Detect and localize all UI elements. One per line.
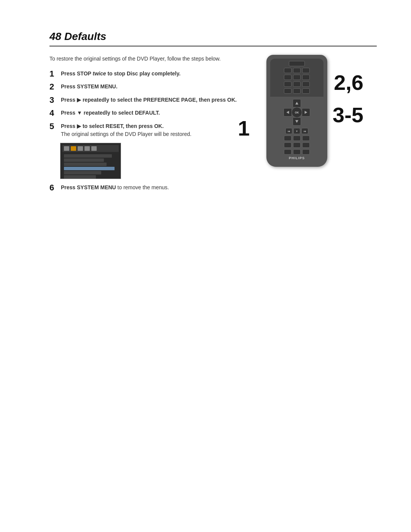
btn-hash xyxy=(302,88,310,94)
screenshot-icons-row xyxy=(62,145,119,152)
step-bold-5: Press ▶ to select RESET, then press OK. xyxy=(61,123,164,129)
step-normal-6: to remove the menus. xyxy=(118,184,169,190)
btn-c xyxy=(302,142,310,148)
page-title: 48 Defaults xyxy=(49,30,377,43)
remote-row-6 xyxy=(270,136,323,141)
btn-power xyxy=(289,61,305,66)
step-bold-4: Press ▼ repeatedly to select DEFAULT. xyxy=(61,110,160,116)
remote-control: OK ⏮ ▼ ⏭ xyxy=(266,55,327,167)
nav-down-button xyxy=(293,117,301,126)
step-bold-2: Press SYSTEM MENU. xyxy=(61,83,118,89)
step-text-6: Press SYSTEM MENU to remove the menus. xyxy=(61,184,169,192)
step-text-1: Press STOP twice to stop Disc play compl… xyxy=(61,70,180,78)
btn-7 xyxy=(284,81,292,87)
row-4 xyxy=(64,167,115,170)
step-label-3-5: 3-5 xyxy=(333,104,363,126)
remote-row-5 xyxy=(272,88,322,94)
btn-f xyxy=(302,149,310,155)
step-number-1: 1 xyxy=(49,69,58,79)
step-bold-3: Press ▶ repeatedly to select the PREFERE… xyxy=(61,97,237,103)
btn-9 xyxy=(302,81,310,87)
remote-row-4 xyxy=(272,81,322,87)
screenshot-thumbnail xyxy=(60,143,121,179)
btn-stop xyxy=(284,136,292,141)
step-text-5: Press ▶ to select RESET, then press OK. … xyxy=(61,122,191,138)
icon-1 xyxy=(64,146,69,151)
page: 48 Defaults To restore the original sett… xyxy=(0,0,411,227)
remote-top xyxy=(270,59,323,97)
btn-3 xyxy=(302,68,310,73)
arrow-up-icon xyxy=(295,102,298,105)
title-section: 48 Defaults xyxy=(49,30,377,46)
btn-menu xyxy=(302,136,310,141)
step-2: 2 Press SYSTEM MENU. xyxy=(49,83,247,92)
btn-e xyxy=(293,149,301,155)
step-number-3: 3 xyxy=(49,95,58,105)
step-number-2: 2 xyxy=(49,82,58,92)
row-2 xyxy=(64,158,104,162)
step-bold-1: Press STOP twice to stop Disc play compl… xyxy=(61,70,180,77)
step-text-2: Press SYSTEM MENU. xyxy=(61,83,118,91)
arrow-left-icon xyxy=(287,111,289,114)
step-1: 1 Press STOP twice to stop Disc play com… xyxy=(49,70,247,79)
step-number-5: 5 xyxy=(49,121,58,131)
icon-4 xyxy=(84,146,90,151)
btn-b xyxy=(293,142,301,148)
nav-cluster: OK xyxy=(284,99,310,126)
transport-row-1: ⏮ ▼ ⏭ xyxy=(270,128,323,134)
step-number-4: 4 xyxy=(49,108,58,118)
btn-5 xyxy=(293,75,301,80)
btn-2 xyxy=(293,68,301,73)
brand-label: PHILIPS xyxy=(270,156,323,160)
nav-up-button xyxy=(293,99,301,107)
step-normal-5: The original settings of the DVD Player … xyxy=(61,131,191,137)
nav-right-button xyxy=(302,108,310,117)
intro-text: To restore the original settings of the … xyxy=(49,55,247,63)
step-6: 6 Press SYSTEM MENU to remove the menus. xyxy=(49,184,247,193)
nav-left-button xyxy=(284,108,292,117)
nav-ok-button: OK xyxy=(292,107,302,118)
btn-next: ⏭ xyxy=(301,128,308,134)
arrow-right-icon xyxy=(305,111,307,114)
arrow-down-icon xyxy=(295,120,298,123)
remote-row-7 xyxy=(270,142,323,148)
step-3: 3 Press ▶ repeatedly to select the PREFE… xyxy=(49,96,247,105)
content-area: To restore the original settings of the … xyxy=(49,55,377,197)
btn-4 xyxy=(284,75,292,80)
remote-row-3 xyxy=(272,75,322,80)
btn-play xyxy=(293,136,301,141)
row-1 xyxy=(64,154,112,158)
btn-star xyxy=(284,88,292,94)
btn-6 xyxy=(302,75,310,80)
row-6 xyxy=(64,175,96,179)
btn-down-nav: ▼ xyxy=(293,128,300,134)
left-column: To restore the original settings of the … xyxy=(49,55,247,197)
icon-3 xyxy=(78,146,83,151)
step-text-4: Press ▼ repeatedly to select DEFAULT. xyxy=(61,109,160,117)
step-bold-6: Press SYSTEM MENU xyxy=(61,184,116,190)
remote-row-1 xyxy=(272,61,322,66)
step-label-2-6: 2,6 xyxy=(334,72,363,93)
step-number-6: 6 xyxy=(49,183,58,193)
step-4: 4 Press ▼ repeatedly to select DEFAULT. xyxy=(49,109,247,118)
btn-a xyxy=(284,142,292,148)
btn-8 xyxy=(293,81,301,87)
screenshot-inner xyxy=(61,143,121,179)
row-3 xyxy=(64,163,107,166)
icon-5 xyxy=(91,146,97,151)
icon-2 xyxy=(71,146,76,151)
screenshot-rows xyxy=(62,153,119,179)
step-5: 5 Press ▶ to select RESET, then press OK… xyxy=(49,122,247,138)
step-label-1: 1 xyxy=(238,118,250,139)
btn-prev: ⏮ xyxy=(285,128,292,134)
remote-illustration: OK ⏮ ▼ ⏭ xyxy=(263,55,331,167)
right-column: OK ⏮ ▼ ⏭ xyxy=(259,55,342,167)
btn-d xyxy=(284,149,292,155)
step-text-3: Press ▶ repeatedly to select the PREFERE… xyxy=(61,96,237,104)
remote-row-8 xyxy=(270,149,323,155)
btn-0 xyxy=(293,88,301,94)
row-5 xyxy=(64,171,101,174)
remote-row-2 xyxy=(272,68,322,73)
btn-1 xyxy=(284,68,292,73)
